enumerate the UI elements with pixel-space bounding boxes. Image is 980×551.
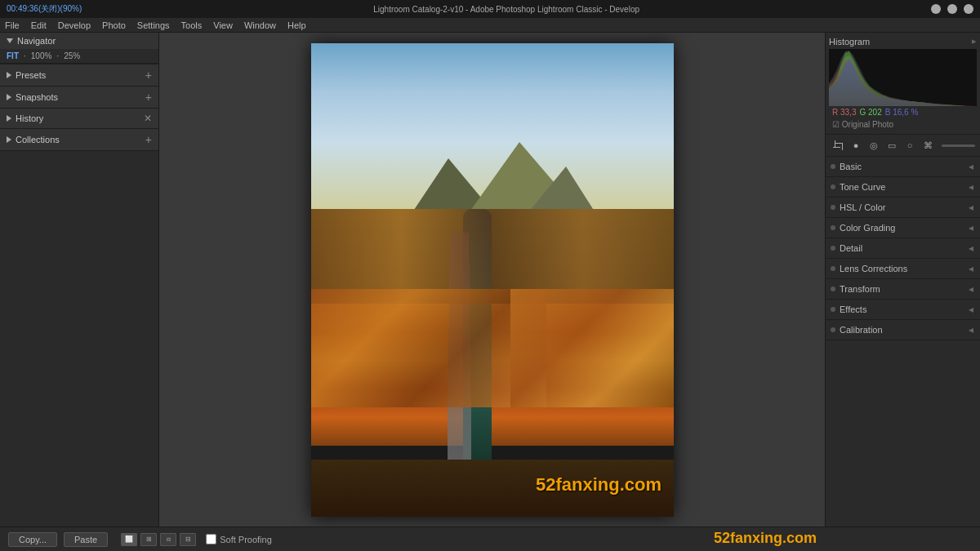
hsl-color-panel-item[interactable]: HSL / Color ◂ bbox=[826, 198, 980, 218]
lens-corrections-panel-item[interactable]: Lens Corrections ◂ bbox=[826, 259, 980, 279]
menu-file[interactable]: File bbox=[5, 20, 20, 30]
detail-toggle-dot bbox=[831, 246, 835, 251]
title-bar: 00:49:36(关闭)(90%) Lightroom Catalog-2-v1… bbox=[0, 0, 980, 18]
lens-corrections-toggle-dot bbox=[831, 266, 835, 271]
collections-label: Collections bbox=[16, 135, 60, 144]
navigator-section: Navigator FIT · 100% · 25% bbox=[0, 33, 158, 64]
snapshots-label: Snapshots bbox=[16, 92, 58, 102]
tone-curve-label: Tone Curve bbox=[840, 182, 885, 192]
presets-section: Presets + bbox=[0, 64, 158, 87]
right-panel: Histogram ▸ bbox=[825, 33, 980, 527]
menu-view[interactable]: View bbox=[213, 20, 233, 30]
collections-header[interactable]: Collections + bbox=[0, 129, 158, 150]
loupe-view-icon[interactable]: ⬜ bbox=[121, 533, 137, 546]
view-icons: ⬜ ⊞ ⧈ ⊟ bbox=[121, 533, 196, 546]
color-grading-panel-item[interactable]: Color Grading ◂ bbox=[826, 218, 980, 238]
copy-button[interactable]: Copy... bbox=[8, 532, 57, 547]
hsl-label: HSL / Color bbox=[840, 202, 885, 212]
detail-panel-item[interactable]: Detail ◂ bbox=[826, 238, 980, 259]
snapshots-expand-icon bbox=[7, 94, 11, 100]
window-controls bbox=[931, 4, 973, 14]
window-title: Lightroom Catalog-2-v10 - Adobe Photosho… bbox=[82, 5, 931, 14]
lens-corrections-arrow-icon: ◂ bbox=[969, 263, 973, 274]
svg-rect-8 bbox=[842, 143, 843, 150]
collections-section: Collections + bbox=[0, 129, 158, 151]
effects-arrow-icon: ◂ bbox=[969, 304, 973, 315]
histogram-label: Histogram bbox=[829, 37, 870, 47]
soft-proofing-checkbox[interactable] bbox=[206, 534, 216, 544]
transform-panel-item[interactable]: Transform ◂ bbox=[826, 279, 980, 300]
effects-label: Effects bbox=[840, 304, 866, 314]
history-label: History bbox=[16, 113, 43, 123]
transform-arrow-icon: ◂ bbox=[969, 283, 973, 295]
snapshots-section: Snapshots + bbox=[0, 87, 158, 109]
menu-develop[interactable]: Develop bbox=[58, 20, 91, 30]
original-photo-label: ☑ Original Photo bbox=[829, 118, 977, 131]
calibration-label: Calibration bbox=[840, 325, 883, 335]
fit-separator: · bbox=[24, 51, 26, 60]
restore-button[interactable] bbox=[947, 4, 957, 14]
basic-panel-item[interactable]: Basic ◂ bbox=[826, 157, 980, 177]
menu-window[interactable]: Window bbox=[244, 20, 276, 30]
menu-bar: File Edit Develop Photo Settings Tools V… bbox=[0, 18, 980, 33]
presets-expand-icon bbox=[7, 72, 11, 78]
histogram-rgb-values: R 33,3 G 202 B 16,6 % bbox=[829, 106, 977, 118]
b-value: B 16,6 % bbox=[885, 108, 919, 117]
basic-toggle-dot bbox=[831, 164, 835, 169]
zoom-25[interactable]: 25% bbox=[64, 51, 80, 60]
snapshots-add-icon[interactable]: + bbox=[145, 91, 152, 104]
tone-curve-panel-item[interactable]: Tone Curve ◂ bbox=[826, 177, 980, 198]
color-grading-arrow-icon: ◂ bbox=[969, 222, 973, 233]
menu-photo[interactable]: Photo bbox=[102, 20, 126, 30]
spot-removal-icon[interactable]: ● bbox=[849, 138, 863, 153]
lens-corrections-label: Lens Corrections bbox=[840, 264, 907, 273]
history-header[interactable]: History ✕ bbox=[0, 109, 158, 128]
tool-icons-row: ● ◎ ▭ ○ ⌘ bbox=[826, 135, 980, 157]
bottom-watermark: 52fanxing.com bbox=[714, 530, 817, 547]
left-panel: Navigator FIT · 100% · 25% Presets + bbox=[0, 33, 159, 527]
graduated-filter-icon[interactable]: ▭ bbox=[884, 138, 899, 153]
collections-expand-icon bbox=[7, 136, 11, 143]
tool-slider[interactable] bbox=[942, 144, 975, 147]
history-close-icon[interactable]: ✕ bbox=[144, 113, 152, 124]
zoom-100[interactable]: 100% bbox=[31, 51, 52, 60]
transform-label: Transform bbox=[840, 284, 880, 294]
redeye-icon[interactable]: ◎ bbox=[866, 138, 881, 153]
paste-button[interactable]: Paste bbox=[64, 532, 108, 547]
fit-label[interactable]: FIT bbox=[7, 51, 19, 60]
navigator-header[interactable]: Navigator bbox=[0, 33, 158, 49]
g-value: G 202 bbox=[859, 108, 881, 117]
close-button[interactable] bbox=[964, 4, 973, 14]
presets-add-icon[interactable]: + bbox=[145, 69, 152, 82]
presets-header[interactable]: Presets + bbox=[0, 64, 158, 86]
calibration-panel-item[interactable]: Calibration ◂ bbox=[826, 320, 980, 340]
soft-proofing-area: Soft Proofing bbox=[206, 534, 272, 544]
effects-panel-item[interactable]: Effects ◂ bbox=[826, 300, 980, 320]
svg-rect-5 bbox=[835, 140, 835, 148]
tone-curve-toggle-dot bbox=[831, 184, 835, 189]
histogram-header: Histogram ▸ bbox=[829, 36, 977, 47]
menu-tools[interactable]: Tools bbox=[181, 20, 203, 30]
original-photo-text: Original Photo bbox=[842, 120, 893, 129]
detail-label: Detail bbox=[840, 243, 862, 253]
collections-add-icon[interactable]: + bbox=[145, 133, 152, 146]
fit-separator2: · bbox=[56, 51, 59, 60]
menu-help[interactable]: Help bbox=[287, 20, 306, 30]
basic-arrow-icon: ◂ bbox=[969, 161, 973, 172]
compare-view-icon[interactable]: ⧈ bbox=[160, 533, 176, 546]
bottom-toolbar: Copy... Paste ⬜ ⊞ ⧈ ⊟ Soft Proofing 52fa… bbox=[0, 527, 980, 551]
presets-label: Presets bbox=[16, 70, 46, 80]
menu-settings[interactable]: Settings bbox=[137, 20, 170, 30]
app-layout: Navigator FIT · 100% · 25% Presets + bbox=[0, 33, 980, 527]
detail-arrow-icon: ◂ bbox=[969, 242, 973, 254]
snapshots-header[interactable]: Snapshots + bbox=[0, 87, 158, 108]
survey-view-icon[interactable]: ⊟ bbox=[180, 533, 196, 546]
hsl-arrow-icon: ◂ bbox=[969, 202, 973, 213]
crop-tool-icon[interactable] bbox=[831, 138, 845, 153]
minimize-button[interactable] bbox=[931, 4, 941, 14]
grid-view-icon[interactable]: ⊞ bbox=[140, 533, 157, 546]
adjustment-brush-icon[interactable]: ⌘ bbox=[920, 138, 935, 153]
radial-filter-icon[interactable]: ○ bbox=[902, 138, 917, 153]
history-expand-icon bbox=[7, 115, 11, 122]
menu-edit[interactable]: Edit bbox=[31, 20, 47, 30]
